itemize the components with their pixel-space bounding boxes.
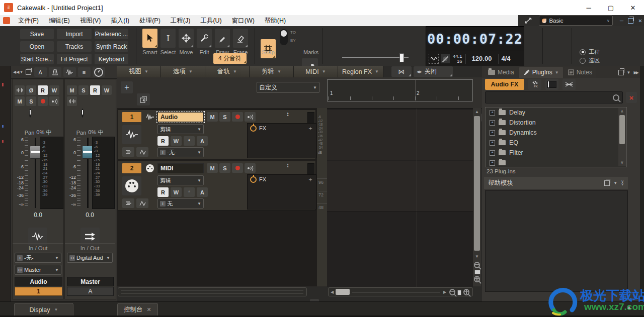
quick-button[interactable]: Synth Rack: [95, 41, 128, 52]
track-view-menu-item[interactable]: 音轨▼: [205, 66, 250, 77]
scroll-down-icon[interactable]: ▼: [473, 253, 481, 260]
display-tab[interactable]: Display▼: [14, 303, 73, 316]
smart-tool-button[interactable]: [142, 29, 157, 48]
time-signature[interactable]: 4/4: [502, 55, 511, 62]
track-number[interactable]: 2: [122, 163, 141, 173]
quick-button[interactable]: Preferenc ...: [95, 29, 128, 39]
solo-button[interactable]: S: [78, 85, 89, 95]
zoom-slider[interactable]: [474, 270, 480, 274]
quick-button[interactable]: Start Scre...: [20, 54, 54, 64]
float-window-icon[interactable]: [618, 70, 624, 75]
cpu-activity-icon[interactable]: [429, 54, 439, 64]
snapshot-button[interactable]: *: [184, 136, 195, 146]
menu-item[interactable]: 编辑(E): [44, 15, 75, 26]
mute-button[interactable]: M: [207, 163, 218, 173]
right-dock-strip[interactable]: [640, 66, 644, 301]
expand-icon[interactable]: +: [490, 140, 495, 146]
mute-button[interactable]: M: [207, 112, 218, 122]
fx-bin[interactable]: FX ＋: [247, 123, 316, 158]
zoom-out-icon[interactable]: [449, 289, 455, 295]
read-automation-button[interactable]: R: [157, 136, 169, 146]
volume-value[interactable]: 0.0: [65, 212, 115, 219]
float-window-icon[interactable]: [604, 180, 610, 186]
snap-button[interactable]: [261, 39, 276, 58]
expand-icon[interactable]: +: [490, 120, 495, 126]
volume-fader[interactable]: [30, 146, 41, 159]
mdi-minimize-button[interactable]: ─: [618, 17, 625, 24]
quick-button[interactable]: Open: [20, 41, 54, 52]
solo-button[interactable]: S: [219, 112, 230, 122]
erase-tool-button[interactable]: [233, 29, 248, 48]
clip-menu[interactable]: 剪辑▼: [157, 175, 204, 185]
tab-notes[interactable]: Notes: [564, 67, 596, 78]
arm-record-button[interactable]: [38, 96, 48, 106]
fx-bin[interactable]: FX ＋: [247, 174, 316, 209]
output-selector[interactable]: OMaster▼: [15, 265, 61, 275]
crossfade-icon[interactable]: ⋈: [391, 66, 412, 77]
menu-item[interactable]: 插入(I): [106, 15, 134, 26]
input-meter-icon[interactable]: [15, 85, 25, 95]
note-duration-button[interactable]: 4 分音符: [213, 53, 247, 64]
plugin-category-row[interactable]: + Distortion: [486, 118, 626, 128]
close-tab-icon[interactable]: ✕: [147, 306, 151, 313]
quick-button[interactable]: Save: [20, 29, 54, 39]
arm-record-button[interactable]: [232, 112, 243, 122]
menu-item[interactable]: 帮助(H): [260, 15, 291, 26]
metronome-icon[interactable]: [49, 67, 61, 77]
track-view-menu-item[interactable]: MIDI▼: [294, 66, 338, 77]
minimize-button[interactable]: ─: [578, 0, 600, 15]
track-pane-scrollbar[interactable]: [118, 287, 307, 296]
add-fx-icon[interactable]: ＋: [307, 124, 313, 133]
scrollbar-thumb[interactable]: [336, 289, 350, 295]
export-scope-project[interactable]: 工程: [580, 48, 600, 56]
solo-button[interactable]: S: [26, 96, 36, 106]
edit-tool-button[interactable]: [197, 29, 212, 48]
automation-lanes-icon[interactable]: [136, 147, 148, 157]
waveform-icon[interactable]: [63, 67, 76, 77]
move-tool-button[interactable]: [179, 29, 194, 48]
input-selector[interactable]: I-无-▼: [15, 253, 61, 263]
plugin-category-row[interactable]: + EQ: [486, 138, 626, 148]
clips-pane[interactable]: [327, 108, 473, 287]
track-name-field[interactable]: Audio: [157, 112, 204, 122]
take-lanes-icon[interactable]: [122, 198, 134, 208]
add-fx-icon[interactable]: ＋: [307, 175, 313, 184]
expand-icon[interactable]: +: [490, 160, 495, 166]
quick-button[interactable]: Keyboard: [95, 54, 128, 64]
vertical-scrollbar[interactable]: ▲ ▼: [473, 108, 481, 286]
tree-scrollbar[interactable]: ∧ ∨: [618, 108, 626, 166]
mute-button[interactable]: M: [67, 85, 77, 95]
dropdown-icon[interactable]: ▼: [627, 70, 631, 75]
expand-icon[interactable]: +: [490, 110, 495, 116]
strip-name[interactable]: Master: [67, 277, 114, 286]
plugin-category-row[interactable]: + Delay: [486, 108, 626, 118]
snapshot-button[interactable]: *: [184, 187, 195, 197]
arranger-icon[interactable]: A: [34, 67, 47, 77]
menu-item[interactable]: 视图(V): [75, 15, 106, 26]
zoom-in-icon[interactable]: [474, 276, 480, 282]
quick-button[interactable]: Import: [57, 29, 92, 39]
export-scope-selection[interactable]: 选区: [580, 57, 600, 64]
timeline-ruler[interactable]: 1 2: [327, 79, 473, 101]
menu-item[interactable]: 工具(U): [195, 15, 226, 26]
metronome-disabled-icon[interactable]: [441, 54, 450, 63]
automation-button[interactable]: A: [197, 136, 208, 146]
fx-power-icon[interactable]: [250, 176, 257, 183]
quick-button[interactable]: Fit Project: [57, 54, 92, 64]
audio-fx-filter-button[interactable]: Audio FX: [485, 79, 524, 90]
console-tab[interactable]: 控制台✕: [117, 303, 158, 316]
arm-record-button[interactable]: [232, 163, 243, 173]
collapse-right-icon[interactable]: ▶▶: [633, 70, 638, 75]
duplicate-track-button[interactable]: [137, 93, 150, 105]
mdi-restore-button[interactable]: [627, 17, 634, 24]
read-automation-button[interactable]: R: [157, 187, 169, 197]
automation-lanes-icon[interactable]: [136, 198, 148, 208]
scroll-right-icon[interactable]: ▶: [442, 289, 447, 295]
plugin-search-input[interactable]: [485, 91, 623, 103]
volume-value[interactable]: 0.0: [13, 212, 63, 219]
plugin-category-row[interactable]: + Filter: [486, 148, 626, 158]
lens-selector[interactable]: 自定义▼: [257, 82, 319, 93]
input-echo-button[interactable]: [245, 163, 256, 173]
write-automation-button[interactable]: W: [171, 187, 182, 197]
collapse-icon[interactable]: ▲▲: [286, 112, 289, 116]
